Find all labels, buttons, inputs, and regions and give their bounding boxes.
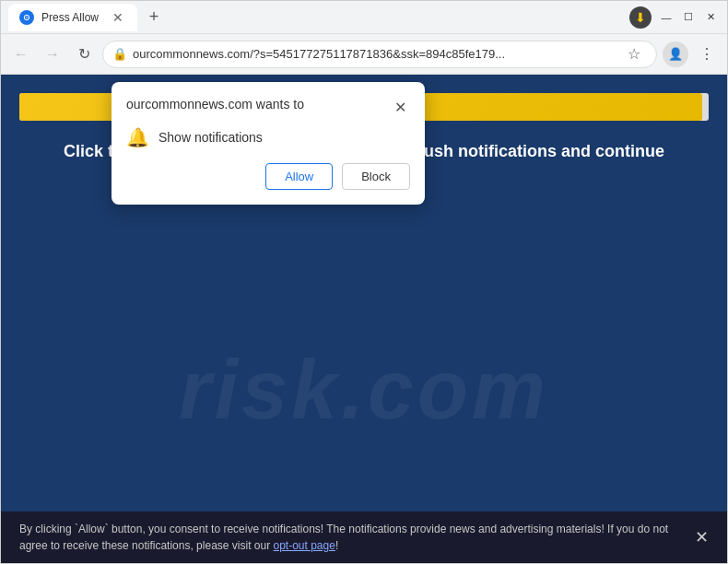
download-icon: ⬇ bbox=[635, 10, 646, 25]
bottom-bar-text-before: By clicking `Allow` button, you consent … bbox=[19, 523, 668, 552]
bell-icon: 🔔 bbox=[126, 126, 149, 148]
address-bar[interactable]: 🔒 ourcommonnews.com/?s=54517727511787183… bbox=[102, 41, 657, 68]
notification-popup: ourcommonnews.com wants to ✕ 🔔 Show noti… bbox=[112, 82, 425, 205]
tab-favicon: ⊙ bbox=[19, 10, 34, 25]
opt-out-link[interactable]: opt-out page bbox=[273, 539, 335, 552]
popup-header: ourcommonnews.com wants to ✕ bbox=[126, 97, 410, 117]
tab-close-button[interactable]: ✕ bbox=[110, 9, 126, 26]
forward-button[interactable]: → bbox=[40, 41, 65, 67]
bottom-bar-text-after: ! bbox=[335, 539, 338, 552]
address-text: ourcommonnews.com/?s=545177275117871836&… bbox=[133, 47, 616, 61]
new-tab-button[interactable]: + bbox=[141, 5, 167, 30]
bottom-bar: By clicking `Allow` button, you consent … bbox=[1, 511, 727, 563]
tab-title: Press Allow bbox=[41, 11, 102, 24]
profile-button[interactable]: 👤 bbox=[663, 41, 688, 67]
popup-title: ourcommonnews.com wants to bbox=[126, 97, 304, 112]
tab-bar: ⊙ Press Allow ✕ + bbox=[8, 4, 624, 31]
reload-button[interactable]: ↻ bbox=[71, 41, 97, 67]
maximize-button[interactable]: ☐ bbox=[679, 8, 698, 27]
popup-close-button[interactable]: ✕ bbox=[390, 97, 410, 117]
bookmark-icon[interactable]: ☆ bbox=[621, 41, 647, 67]
download-indicator: ⬇ bbox=[629, 6, 652, 29]
close-window-button[interactable]: ✕ bbox=[701, 8, 720, 27]
block-button[interactable]: Block bbox=[342, 163, 410, 190]
popup-buttons: Allow Block bbox=[126, 163, 410, 190]
bottom-bar-close-button[interactable]: ✕ bbox=[695, 525, 709, 550]
lock-icon: 🔒 bbox=[112, 47, 127, 61]
allow-button[interactable]: Allow bbox=[265, 163, 333, 190]
browser-window: ⊙ Press Allow ✕ + ⬇ — ☐ ✕ ← → ↻ 🔒 ourcom… bbox=[0, 0, 728, 564]
toolbar: ← → ↻ 🔒 ourcommonnews.com/?s=54517727511… bbox=[1, 34, 727, 75]
watermark-text: risk.com bbox=[1, 343, 727, 438]
notification-row: 🔔 Show notifications bbox=[126, 126, 410, 148]
active-tab[interactable]: ⊙ Press Allow ✕ bbox=[8, 4, 137, 31]
window-controls: — ☐ ✕ bbox=[657, 8, 720, 27]
menu-button[interactable]: ⋮ bbox=[694, 41, 720, 67]
title-bar: ⊙ Press Allow ✕ + ⬇ — ☐ ✕ bbox=[1, 1, 727, 34]
notification-label: Show notifications bbox=[159, 130, 263, 145]
page-content: ourcommonnews.com wants to ✕ 🔔 Show noti… bbox=[1, 75, 727, 511]
back-button[interactable]: ← bbox=[8, 41, 34, 67]
minimize-button[interactable]: — bbox=[657, 8, 675, 27]
